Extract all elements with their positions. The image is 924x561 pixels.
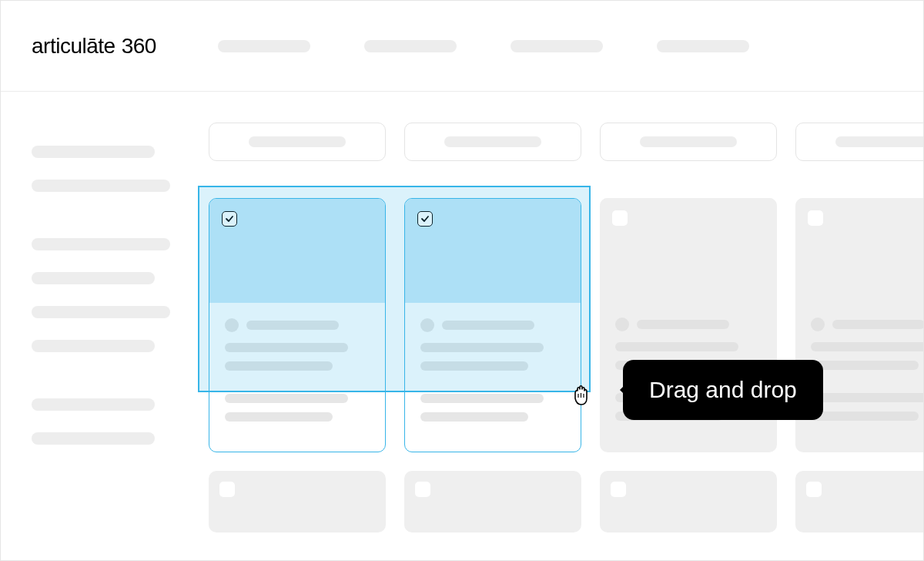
card-thumbnail bbox=[795, 471, 924, 532]
sidebar-item[interactable] bbox=[32, 272, 155, 284]
nav-item[interactable] bbox=[511, 40, 603, 52]
avatar bbox=[811, 317, 825, 331]
card-line-placeholder bbox=[811, 342, 924, 351]
drag-tooltip: Drag and drop bbox=[623, 360, 823, 420]
card-checkbox[interactable] bbox=[415, 482, 430, 497]
sidebar-item[interactable] bbox=[32, 432, 155, 445]
card-checkbox[interactable] bbox=[417, 211, 433, 227]
card-checkbox[interactable] bbox=[222, 211, 237, 227]
brand-suffix: 360 bbox=[122, 34, 156, 59]
check-icon bbox=[225, 214, 234, 223]
sidebar-item[interactable] bbox=[32, 306, 170, 318]
card-thumbnail bbox=[209, 471, 386, 532]
card-line-placeholder bbox=[225, 394, 348, 403]
card-title-placeholder bbox=[832, 320, 924, 329]
tooltip-text: Drag and drop bbox=[649, 377, 797, 402]
card-line-placeholder bbox=[225, 361, 333, 371]
sidebar bbox=[1, 92, 201, 560]
check-icon bbox=[420, 214, 430, 223]
card-grid-row bbox=[209, 471, 924, 532]
content-card[interactable] bbox=[404, 471, 581, 532]
card-line-placeholder bbox=[420, 394, 544, 403]
card-checkbox[interactable] bbox=[808, 210, 823, 226]
card-meta bbox=[405, 303, 581, 422]
grab-cursor-icon bbox=[567, 380, 595, 411]
content-card[interactable] bbox=[795, 471, 924, 532]
card-line-placeholder bbox=[811, 393, 924, 402]
sidebar-item[interactable] bbox=[32, 238, 170, 250]
folder-tab[interactable] bbox=[209, 123, 386, 161]
card-line-placeholder bbox=[420, 361, 528, 371]
folder-tab[interactable] bbox=[404, 123, 581, 161]
card-title-placeholder bbox=[442, 321, 534, 330]
card-line-placeholder bbox=[615, 342, 738, 351]
card-thumbnail bbox=[404, 471, 581, 532]
brand-logo: articulāte 360 bbox=[32, 34, 156, 59]
folder-tab[interactable] bbox=[795, 123, 924, 161]
content-card[interactable] bbox=[209, 471, 386, 532]
main-area bbox=[201, 92, 924, 560]
content-card[interactable] bbox=[600, 471, 777, 532]
brand-word: articulāte bbox=[32, 34, 116, 59]
card-checkbox[interactable] bbox=[611, 482, 626, 497]
card-line-placeholder bbox=[225, 343, 348, 352]
top-header: articulāte 360 bbox=[1, 1, 923, 92]
card-checkbox[interactable] bbox=[612, 210, 628, 226]
card-thumbnail bbox=[600, 471, 777, 532]
card-checkbox[interactable] bbox=[219, 482, 235, 497]
content-card[interactable] bbox=[404, 198, 581, 452]
avatar bbox=[615, 317, 629, 331]
card-line-placeholder bbox=[811, 361, 919, 370]
card-checkbox[interactable] bbox=[806, 482, 822, 497]
nav-item[interactable] bbox=[657, 40, 749, 52]
content-card[interactable] bbox=[209, 198, 386, 452]
folder-tabs bbox=[209, 123, 924, 161]
card-line-placeholder bbox=[225, 412, 333, 422]
sidebar-item[interactable] bbox=[32, 398, 155, 411]
card-line-placeholder bbox=[811, 412, 919, 421]
card-line-placeholder bbox=[420, 412, 528, 422]
nav-item[interactable] bbox=[218, 40, 310, 52]
card-meta bbox=[209, 303, 385, 422]
card-line-placeholder bbox=[420, 343, 544, 352]
avatar bbox=[420, 318, 434, 332]
avatar bbox=[225, 318, 239, 332]
sidebar-item[interactable] bbox=[32, 180, 170, 192]
nav-item[interactable] bbox=[364, 40, 457, 52]
top-nav bbox=[218, 40, 892, 52]
sidebar-item[interactable] bbox=[32, 146, 155, 158]
folder-tab[interactable] bbox=[600, 123, 777, 161]
sidebar-item[interactable] bbox=[32, 340, 155, 352]
card-title-placeholder bbox=[246, 321, 339, 330]
card-title-placeholder bbox=[637, 320, 729, 329]
